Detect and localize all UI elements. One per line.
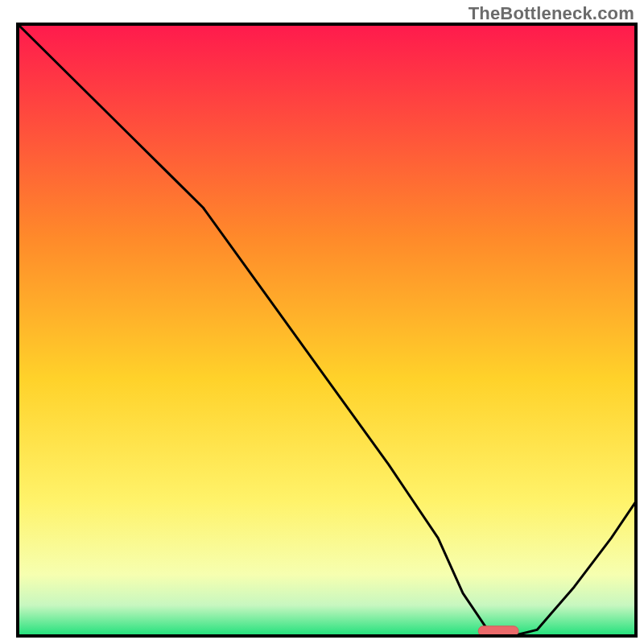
bottleneck-chart (0, 0, 644, 644)
chart-container: TheBottleneck.com (0, 0, 644, 644)
watermark-label: TheBottleneck.com (469, 3, 634, 24)
